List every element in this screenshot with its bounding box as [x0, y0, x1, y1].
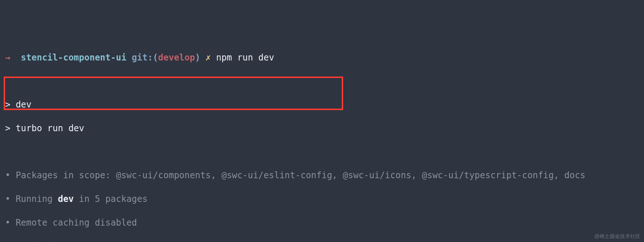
- prompt-git-label: git:(: [132, 52, 158, 63]
- running-task: dev: [58, 194, 74, 204]
- prompt-dir: stencil-component-ui: [21, 52, 126, 63]
- scope-packages-list: @swc-ui/components, @swc-ui/eslint-confi…: [116, 170, 585, 180]
- scope-running: • Running dev in 5 packages: [5, 193, 639, 205]
- blank-line: [5, 146, 639, 158]
- prompt-command: npm run dev: [216, 52, 274, 63]
- bullet-icon: •: [5, 170, 10, 180]
- running-prefix: Running: [16, 194, 58, 204]
- prompt-branch: develop: [158, 52, 195, 63]
- prompt-git-close: ): [195, 52, 200, 63]
- bullet-icon: •: [5, 218, 10, 228]
- scope-remote: • Remote caching disabled: [5, 217, 639, 229]
- blank-line: [5, 75, 639, 87]
- scope-packages: • Packages in scope: @swc-ui/components,…: [5, 169, 639, 181]
- running-suffix: in 5 packages: [74, 194, 147, 204]
- watermark: @稀土掘金技术社区: [594, 233, 640, 240]
- cache-line-icons: @swc-ui/icons:dev: cache bypass, force e…: [5, 241, 639, 242]
- bullet-icon: •: [5, 194, 10, 204]
- prompt-dirty-icon: ✗: [206, 52, 211, 63]
- prompt-line[interactable]: → stencil-component-ui git:(develop) ✗ n…: [5, 52, 639, 63]
- scope-prefix: Packages in scope:: [16, 170, 116, 180]
- prompt-arrow-icon: →: [5, 52, 10, 63]
- remote-cache-status: Remote caching disabled: [16, 218, 137, 228]
- script-echo-1: > dev: [5, 99, 639, 110]
- script-echo-2: > turbo run dev: [5, 122, 639, 134]
